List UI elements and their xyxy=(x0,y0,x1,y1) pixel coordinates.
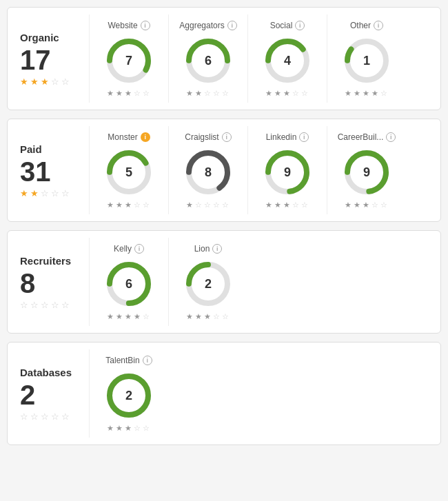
star-icon: ★ xyxy=(345,89,353,97)
source-name: Lion xyxy=(194,244,210,254)
donut-value: 4 xyxy=(284,54,291,68)
source-stars: ★★★★☆ xyxy=(345,89,389,97)
organic-count: 17 xyxy=(20,46,82,74)
star-icon: ★ xyxy=(116,312,124,320)
source-stars: ★★★☆☆ xyxy=(107,424,151,432)
star-icon: ★ xyxy=(274,89,283,97)
donut-chart: 2 xyxy=(105,371,153,420)
source-website: Website i 7 ★★★☆☆ xyxy=(89,14,168,103)
source-name: Social xyxy=(270,21,293,30)
star-icon: ★ xyxy=(283,89,292,97)
star-icon: ★ xyxy=(186,312,194,320)
donut-value: 7 xyxy=(125,54,132,68)
section-organic: Organic 17 ★★★☆☆ Website i 7 ★★★☆☆ Aggre… xyxy=(7,7,441,110)
star-icon: ★ xyxy=(107,89,115,97)
source-name: Monster xyxy=(108,132,137,142)
star-icon: ☆ xyxy=(195,201,203,209)
paid-label: Paid xyxy=(20,143,82,155)
star-icon: ★ xyxy=(107,201,115,209)
donut-value: 6 xyxy=(205,54,212,68)
source-monster: Monster i 5 ★★★☆☆ xyxy=(89,126,168,214)
organic-sources: Website i 7 ★★★☆☆ Aggregators i 6 xyxy=(89,14,435,103)
star-icon: ☆ xyxy=(134,424,142,432)
star-icon: ★ xyxy=(134,312,142,320)
recruiters-sources: Kelly i 6 ★★★★☆ Lion i 2 xyxy=(89,238,435,326)
section-databases: Databases 2 ☆☆☆☆☆ TalentBin i 2 ★★★☆☆ xyxy=(7,342,441,445)
star-icon: ★ xyxy=(283,201,292,209)
star-icon: ★ xyxy=(125,201,133,209)
star-icon: ☆ xyxy=(222,201,230,209)
star-icon: ★ xyxy=(116,89,124,97)
organic-summary: Organic 17 ★★★☆☆ xyxy=(13,14,89,103)
star-icon: ☆ xyxy=(61,188,71,198)
databases-count: 2 xyxy=(20,381,82,409)
donut-value: 2 xyxy=(125,389,132,403)
donut-chart: 6 xyxy=(105,260,153,308)
donut-chart: 1 xyxy=(343,37,391,85)
star-icon: ☆ xyxy=(213,89,221,97)
recruiters-summary: Recruiters 8 ☆☆☆☆☆ xyxy=(13,238,89,326)
star-icon: ★ xyxy=(363,201,371,209)
star-icon: ☆ xyxy=(51,76,61,86)
databases-stars: ☆☆☆☆☆ xyxy=(20,411,82,421)
source-name: Aggregators xyxy=(179,21,224,30)
source-stars: ★★★☆☆ xyxy=(186,312,230,320)
star-icon: ☆ xyxy=(30,300,40,309)
databases-summary: Databases 2 ☆☆☆☆☆ xyxy=(13,349,89,438)
donut-chart: 4 xyxy=(263,37,312,85)
star-icon: ★ xyxy=(195,312,203,320)
organic-stars: ★★★☆☆ xyxy=(20,76,82,86)
star-icon: ☆ xyxy=(51,188,61,198)
star-icon: ★ xyxy=(354,201,362,209)
star-icon: ☆ xyxy=(143,312,151,320)
donut-value: 9 xyxy=(363,165,370,180)
star-icon: ★ xyxy=(107,424,115,432)
info-icon: i xyxy=(212,244,222,254)
donut-value: 6 xyxy=(125,277,132,292)
donut-chart: 9 xyxy=(343,148,391,196)
star-icon: ★ xyxy=(30,76,40,86)
section-recruiters: Recruiters 8 ☆☆☆☆☆ Kelly i 6 ★★★★☆ Lion … xyxy=(7,230,441,334)
star-icon: ☆ xyxy=(20,411,30,421)
source-name: Craigslist xyxy=(185,132,218,142)
star-icon: ★ xyxy=(116,424,124,432)
info-icon: i xyxy=(141,21,150,30)
donut-value: 5 xyxy=(125,165,132,180)
star-icon: ★ xyxy=(195,89,203,97)
star-icon: ★ xyxy=(371,89,380,97)
info-icon: i xyxy=(141,132,150,142)
star-icon: ★ xyxy=(107,312,115,320)
star-icon: ★ xyxy=(265,201,274,209)
star-icon: ☆ xyxy=(41,411,50,421)
star-icon: ★ xyxy=(363,89,371,97)
info-icon: i xyxy=(222,132,232,142)
source-linkedin: Linkedin i 9 ★★★☆☆ xyxy=(247,126,327,214)
source-name: Other xyxy=(350,21,371,30)
star-icon: ☆ xyxy=(292,89,301,97)
source-stars: ★★★☆☆ xyxy=(107,201,151,209)
star-icon: ☆ xyxy=(292,201,301,209)
source-name: TalentBin xyxy=(105,356,139,365)
star-icon: ☆ xyxy=(213,312,221,320)
star-icon: ☆ xyxy=(61,411,71,421)
info-icon: i xyxy=(134,244,144,254)
star-icon: ☆ xyxy=(51,300,61,309)
source-stars: ★★★☆☆ xyxy=(265,89,309,97)
donut-value: 9 xyxy=(284,165,291,180)
databases-label: Databases xyxy=(20,367,82,378)
source-stars: ★★☆☆☆ xyxy=(186,89,230,97)
star-icon: ☆ xyxy=(61,76,71,86)
star-icon: ☆ xyxy=(301,201,309,209)
info-icon: i xyxy=(295,21,305,30)
source-stars: ★★★☆☆ xyxy=(265,201,309,209)
star-icon: ☆ xyxy=(222,89,230,97)
star-icon: ★ xyxy=(204,312,212,320)
info-icon: i xyxy=(386,132,396,142)
star-icon: ☆ xyxy=(41,188,50,198)
source-name: CareerBuil... xyxy=(338,132,384,142)
donut-chart: 8 xyxy=(184,148,232,196)
source-lion: Lion i 2 ★★★☆☆ xyxy=(168,238,247,326)
source-careerbuil: CareerBuil... i 9 ★★★☆☆ xyxy=(327,126,406,214)
source-name: Kelly xyxy=(114,244,132,254)
star-icon: ☆ xyxy=(41,300,50,309)
